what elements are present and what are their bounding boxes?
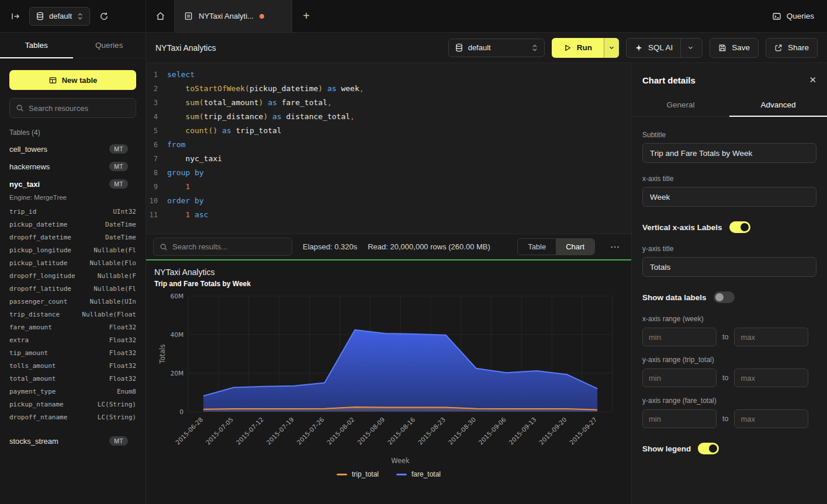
yaxis-range-fare-max-input[interactable] [734,409,808,428]
database-icon [36,12,44,20]
column-row[interactable]: dropoff_ntanameLC(String) [0,411,146,424]
sparkle-icon [635,44,643,52]
unsaved-dot [259,14,264,19]
column-type: Float32 [109,322,136,333]
column-row[interactable]: dropoff_datetimeDateTime [0,231,146,244]
table-row[interactable]: cell_towersMT [0,140,146,158]
column-row[interactable]: passenger_countNullable(UIn [0,296,146,308]
sql-editor[interactable]: 1select2 toStartOfWeek(pickup_datetime) … [146,63,631,234]
column-row[interactable]: tip_amountFloat32 [0,347,146,360]
panel-tab-advanced[interactable]: Advanced [729,95,827,116]
run-button-group: Run [552,38,619,58]
tab-nytaxi-analytics[interactable]: NYTaxi Analyti... [174,0,292,32]
read-stat: Read: 20,000,000 rows (260.00 MB) [368,242,490,251]
yaxis-range-trip-max-input[interactable] [734,369,808,387]
subtitle-input[interactable] [642,143,816,163]
column-row[interactable]: dropoff_latitudeNullable(Fl [0,283,146,296]
vertical-xaxis-labels-toggle[interactable] [729,221,750,233]
column-name: trip_distance [9,310,60,320]
sidebar-tab-queries[interactable]: Queries [73,33,146,58]
sql-ai-button[interactable]: SQL AI [626,38,703,58]
column-row[interactable]: fare_amountFloat32 [0,321,146,334]
close-icon[interactable]: ✕ [809,75,816,85]
sidebar-tab-tables[interactable]: Tables [0,33,73,58]
line-number: 9 [146,180,167,194]
yaxis-range-fare-label: y-axis range (fare_total) [642,397,816,405]
save-button[interactable]: Save [710,38,759,58]
run-database-selector[interactable]: default [448,39,545,57]
show-data-labels-toggle[interactable] [714,291,735,303]
search-results-input[interactable] [172,242,286,251]
column-row[interactable]: extraFloat32 [0,334,146,347]
queries-button[interactable]: Queries [772,12,814,21]
show-legend-label: Show legend [642,444,691,453]
svg-text:2015-08-23: 2015-08-23 [417,416,447,446]
svg-text:20M: 20M [171,370,184,377]
xaxis-range-max-input[interactable] [734,328,808,346]
run-options-caret[interactable] [604,38,619,58]
column-row[interactable]: total_amountFloat32 [0,373,146,385]
column-type: Float32 [109,335,136,346]
share-button[interactable]: Share [766,38,818,58]
panel-tabs: General Advanced [632,95,827,117]
table-row[interactable]: hackernewsMT [0,158,146,175]
show-legend-toggle[interactable] [698,443,719,454]
run-button[interactable]: Run [552,38,604,58]
column-row[interactable]: pickup_datetimeDateTime [0,218,146,231]
editor-line: 3 sum(total_amount) as fare_total, [146,96,631,110]
database-selector[interactable]: default [29,7,90,26]
new-table-button[interactable]: New table [9,70,136,90]
column-row[interactable]: tolls_amountFloat32 [0,360,146,373]
main-area: NYTaxi Analytics default [146,33,827,504]
svg-text:2015-06-28: 2015-06-28 [174,416,205,446]
collapse-sidebar-icon[interactable] [8,9,22,23]
line-number: 7 [146,152,167,166]
svg-text:0: 0 [179,408,184,415]
chevron-down-icon[interactable] [687,44,694,51]
view-tab-chart[interactable]: Chart [556,239,594,255]
refresh-icon[interactable] [97,9,111,23]
yaxis-range-trip-min-input[interactable] [642,369,717,387]
chart-details-panel: Chart details ✕ General Advanced Subtitl… [631,63,827,504]
column-row[interactable]: pickup_latitudeNullable(Flo [0,257,146,270]
svg-text:2015-09-27: 2015-09-27 [568,416,598,446]
legend-item[interactable]: trip_total [337,470,379,478]
xaxis-title-input[interactable] [642,187,816,207]
panel-tab-general[interactable]: General [632,95,729,116]
new-tab-button[interactable]: + [292,0,320,32]
column-type: Nullable(Fl [94,284,136,294]
column-row[interactable]: pickup_ntanameLC(String) [0,398,146,411]
topbar-right: Queries [772,0,827,32]
view-tab-table[interactable]: Table [518,239,556,255]
column-row[interactable]: trip_idUInt32 [0,206,146,218]
home-icon[interactable] [146,0,174,32]
panel-title: Chart details [642,75,695,85]
yaxis-range-fare-min-input[interactable] [642,409,717,428]
column-row[interactable]: dropoff_longitudeNullable(F [0,270,146,283]
legend-item[interactable]: fare_total [396,470,441,478]
search-resources-input[interactable] [29,104,132,113]
table-name: nyc_taxi [9,180,40,189]
table-row[interactable]: stocks_streamMT [0,432,146,450]
line-number: 5 [146,124,167,138]
editor-tab-bar: NYTaxi Analyti... + [146,0,772,32]
column-row[interactable]: trip_distanceNullable(Float [0,308,146,321]
table-row[interactable]: nyc_taxiMT [0,175,146,193]
play-icon [563,44,572,52]
more-options-icon[interactable]: ⋯ [605,240,624,253]
column-name: dropoff_ntaname [9,412,67,423]
database-selector-value: default [49,12,72,20]
sidebar: Tables Queries New table Tables (4) cell… [0,33,146,504]
column-name: pickup_datetime [9,220,67,230]
editor-line: 11 1 asc [146,208,631,222]
column-row[interactable]: pickup_longitudeNullable(Fl [0,244,146,257]
editor-line: 6from [146,138,631,152]
yaxis-title-input[interactable] [642,257,816,277]
chart-subtitle: Trip and Fare Totals by Week [154,280,623,288]
app-window: default NYTaxi Analyti... + [0,0,827,504]
svg-text:2015-09-06: 2015-09-06 [477,416,507,446]
workspace: 1select2 toStartOfWeek(pickup_datetime) … [146,63,631,504]
xaxis-range-min-input[interactable] [642,328,717,346]
yaxis-range-fare-row: to [642,409,816,428]
column-row[interactable]: payment_typeEnum8 [0,385,146,398]
